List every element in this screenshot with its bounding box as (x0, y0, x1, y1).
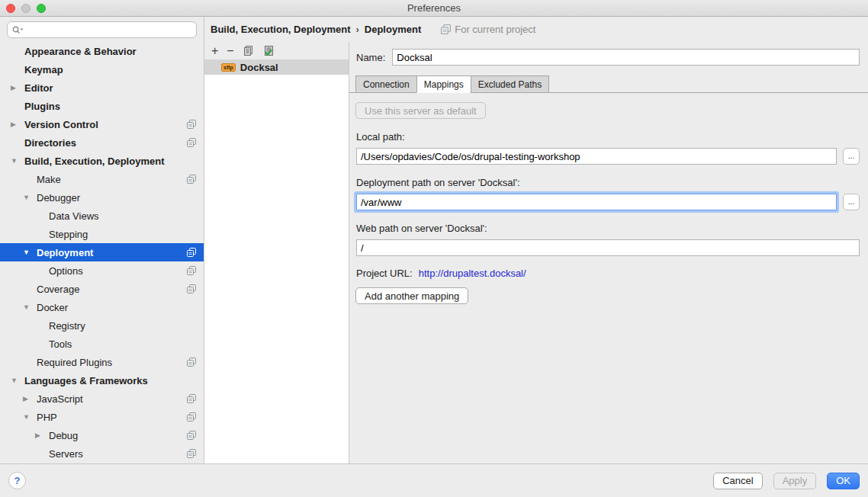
sidebar-item-label: Keymap (24, 64, 63, 75)
breadcrumb-separator: › (355, 24, 358, 35)
chevron-right-icon[interactable]: ▶ (35, 426, 49, 444)
chevron-down-icon[interactable]: ▼ (23, 243, 37, 261)
sidebar-item-docker[interactable]: ▼Docker (0, 298, 204, 316)
use-server-as-default-button[interactable]: Use this server as default (355, 102, 486, 119)
sidebar-item-editor[interactable]: ▶Editor (0, 79, 204, 97)
sidebar-item-label: Plugins (24, 101, 60, 112)
web-path-input[interactable] (356, 239, 860, 256)
window-title: Preferences (407, 2, 461, 14)
chevron-right-icon[interactable]: ▶ (11, 79, 24, 97)
breadcrumb-segment-current[interactable]: Deployment (365, 24, 421, 35)
sidebar-item-label: Coverage (37, 284, 79, 295)
remove-server-button[interactable]: − (227, 45, 233, 57)
server-name-input[interactable] (392, 49, 860, 66)
sidebar-item-languages-frameworks[interactable]: ▼Languages & Frameworks (0, 371, 204, 390)
titlebar: Preferences (0, 0, 868, 17)
tab-excluded-paths[interactable]: Excluded Paths (471, 75, 549, 93)
sidebar-item-debugger[interactable]: ▼Debugger (0, 188, 204, 207)
chevron-right-icon[interactable]: ▶ (23, 390, 37, 408)
check-icon (262, 45, 275, 56)
project-level-icon (187, 284, 196, 293)
project-level-icon (187, 175, 196, 184)
project-level-icon (187, 394, 196, 403)
traffic-lights (6, 4, 46, 13)
copy-server-button[interactable] (243, 45, 254, 56)
sidebar-item-keymap[interactable]: Keymap (0, 60, 204, 79)
dialog-footer: ? Cancel Apply OK (0, 463, 868, 497)
sidebar-item-options[interactable]: Options (0, 261, 204, 280)
cancel-button[interactable]: Cancel (713, 473, 762, 489)
sidebar-item-make[interactable]: Make (0, 170, 204, 188)
chevron-down-icon[interactable]: ▼ (23, 188, 37, 207)
minimize-button[interactable] (21, 4, 31, 13)
breadcrumb-segment-parent[interactable]: Build, Execution, Deployment (211, 24, 350, 35)
web-path-label: Web path on server 'Docksal': (356, 223, 868, 234)
project-level-icon (187, 431, 196, 440)
add-another-mapping-button[interactable]: Add another mapping (355, 287, 468, 304)
project-level-icon (187, 358, 196, 367)
deployment-path-input[interactable] (356, 194, 837, 210)
project-url-label: Project URL: (356, 268, 413, 279)
sidebar-item-coverage[interactable]: Coverage (0, 280, 204, 298)
sidebar-item-label: JavaScript (37, 393, 83, 405)
chevron-down-icon[interactable]: ▼ (11, 152, 24, 170)
local-path-label: Local path: (356, 131, 868, 143)
zoom-button[interactable] (37, 4, 46, 13)
sidebar-item-tools[interactable]: Tools (0, 335, 204, 353)
ok-button[interactable]: OK (827, 473, 860, 489)
server-list-item-docksal[interactable]: sftp Docksal (204, 59, 349, 75)
sidebar-item-plugins[interactable]: Plugins (0, 97, 204, 115)
sidebar-item-label: Appearance & Behavior (24, 46, 137, 57)
add-server-button[interactable]: + (211, 45, 218, 57)
chevron-down-icon[interactable]: ▼ (23, 408, 37, 426)
chevron-down-icon[interactable]: ▼ (11, 371, 24, 390)
sidebar-item-deployment[interactable]: ▼Deployment (0, 243, 204, 261)
chevron-right-icon[interactable]: ▶ (11, 115, 24, 133)
sftp-server-icon: sftp (221, 63, 236, 72)
sidebar-item-data-views[interactable]: Data Views (0, 207, 204, 225)
breadcrumb: Build, Execution, Deployment › Deploymen… (204, 17, 868, 42)
sidebar-item-label: Registry (49, 320, 85, 332)
search-field[interactable] (7, 21, 197, 38)
use-as-default-button[interactable] (262, 45, 275, 56)
help-button[interactable]: ? (8, 472, 26, 489)
sidebar-item-directories[interactable]: Directories (0, 133, 204, 152)
tab-bar: ConnectionMappingsExcluded Paths (349, 75, 868, 93)
project-scope-icon (441, 24, 451, 34)
search-options-arrow-icon (21, 28, 24, 30)
project-level-icon (187, 412, 196, 422)
sidebar-item-javascript[interactable]: ▶JavaScript (0, 390, 204, 408)
sidebar-item-servers[interactable]: Servers (0, 444, 204, 463)
sidebar-item-label: Directories (24, 137, 76, 149)
sidebar-item-debug[interactable]: ▶Debug (0, 426, 204, 444)
sidebar-item-stepping[interactable]: Stepping (0, 225, 204, 243)
chevron-down-icon[interactable]: ▼ (23, 298, 37, 316)
sidebar-item-required-plugins[interactable]: Required Plugins (0, 353, 204, 371)
project-url-link[interactable]: http://drupaltest.docksal/ (419, 268, 526, 279)
sidebar-item-label: Debugger (37, 192, 80, 204)
sidebar-item-label: Options (49, 265, 83, 277)
sidebar-item-build-execution-deployment[interactable]: ▼Build, Execution, Deployment (0, 152, 204, 170)
sidebar-item-appearance-behavior[interactable]: Appearance & Behavior (0, 42, 204, 60)
close-button[interactable] (6, 4, 15, 13)
deployment-form-panel: Name: ConnectionMappingsExcluded Paths U… (349, 42, 868, 463)
local-path-browse-button[interactable]: ... (843, 148, 860, 165)
local-path-input[interactable] (356, 148, 837, 165)
preferences-window: Preferences Appearance & BehaviorKeymap▶… (0, 0, 868, 497)
server-list-toolbar: + − (204, 42, 349, 59)
search-input[interactable] (27, 24, 191, 37)
apply-button[interactable]: Apply (773, 473, 817, 489)
sidebar-item-registry[interactable]: Registry (0, 316, 204, 335)
search-icon (12, 26, 24, 34)
tab-mappings[interactable]: Mappings (416, 75, 471, 93)
deployment-path-browse-button[interactable]: ... (843, 194, 860, 210)
tab-connection[interactable]: Connection (355, 75, 416, 93)
sidebar-item-label: Make (37, 174, 61, 185)
sidebar-item-label: Editor (24, 82, 53, 94)
sidebar-item-label: Build, Execution, Deployment (24, 156, 164, 167)
content-area: Build, Execution, Deployment › Deploymen… (204, 17, 868, 463)
sidebar-item-php[interactable]: ▼PHP (0, 408, 204, 426)
sidebar-item-version-control[interactable]: ▶Version Control (0, 115, 204, 133)
sidebar-item-label: Data Views (49, 210, 99, 222)
server-name: Docksal (240, 62, 278, 73)
